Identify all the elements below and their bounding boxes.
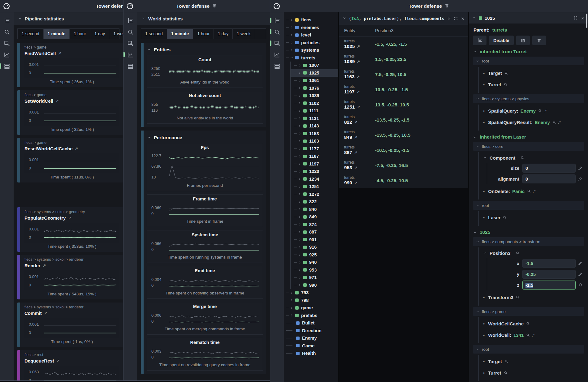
undo-icon[interactable] [576, 283, 584, 287]
tree-item-901[interactable]: 901 [291, 236, 338, 244]
panel-header[interactable]: Pipeline statistics [14, 12, 123, 25]
tree-item-Enemy[interactable]: Enemy [286, 334, 338, 342]
chevron-right-icon[interactable] [298, 276, 301, 279]
magnifier-icon[interactable] [504, 371, 508, 375]
system-name-link[interactable]: DequeueRest [24, 358, 54, 363]
entity-link[interactable]: 1163↗ [344, 74, 371, 79]
tree-item-1197[interactable]: 1197 [291, 160, 338, 168]
inherit-header[interactable]: 1025 [473, 230, 584, 235]
inherit-header[interactable]: inherited from Laser [473, 134, 584, 140]
tree-item-1007[interactable]: 1007 [291, 62, 338, 69]
chevron-right-icon[interactable] [290, 291, 293, 294]
chevron-right-icon[interactable] [298, 170, 301, 173]
tree-item-1220[interactable]: 1220 [291, 168, 338, 175]
entity-link[interactable]: 1089↗ [344, 59, 371, 64]
chevron-right-icon[interactable] [298, 132, 301, 135]
close-icon[interactable] [580, 16, 585, 20]
component-value-link[interactable]: 1341 [513, 333, 524, 338]
edit-pencil-icon[interactable] [576, 166, 584, 170]
chevron-right-icon[interactable] [298, 155, 301, 158]
magnifier-icon[interactable] [516, 251, 520, 255]
open-link-icon[interactable]: ↗ [44, 311, 47, 315]
tree-item-971[interactable]: 971 [291, 274, 338, 281]
chevron-right-icon[interactable] [298, 268, 301, 272]
search-icon[interactable] [3, 28, 11, 36]
select-icon[interactable] [273, 40, 281, 47]
component-name[interactable]: WorldCell: [488, 333, 511, 338]
tree-item-940[interactable]: 940 [291, 259, 338, 266]
magnifier-icon[interactable] [503, 216, 507, 220]
chart-icon[interactable] [127, 51, 134, 58]
chevron-right-icon[interactable] [298, 283, 301, 287]
open-link-icon[interactable]: ↗ [354, 165, 357, 170]
tab-1-hour[interactable]: 1 hour [193, 29, 214, 39]
chevron-right-icon[interactable] [290, 49, 293, 52]
tree-item-1025[interactable]: 1025 [291, 69, 338, 77]
open-link-icon[interactable]: ↗ [357, 75, 360, 79]
tree-item-Bullet[interactable]: Bullet [286, 319, 338, 327]
field-input-size[interactable]: 0 [522, 164, 576, 173]
chevron-right-icon[interactable] [298, 79, 301, 82]
section-header[interactable]: Performance [147, 134, 263, 141]
chevron-right-icon[interactable] [290, 33, 293, 37]
chevron-down-icon[interactable] [472, 15, 476, 21]
expand-icon[interactable] [454, 16, 458, 21]
disable-button[interactable]: Disable [489, 36, 514, 45]
tab-1-week[interactable]: 1 week [233, 29, 255, 39]
hierarchy-icon[interactable] [127, 17, 134, 24]
entity-link[interactable]: 887↗ [344, 150, 371, 155]
tab-1-day[interactable]: 1 day [214, 29, 233, 39]
chevron-right-icon[interactable] [290, 41, 293, 44]
chevron-down-icon[interactable] [342, 16, 346, 21]
component-name[interactable]: SpatialQueryResult: [488, 120, 532, 125]
chevron-right-icon[interactable] [290, 18, 293, 22]
module-path-header[interactable]: flecs > systems > physics [473, 94, 584, 103]
edit-pencil-icon[interactable] [576, 272, 584, 277]
component-name[interactable]: Laser [488, 215, 500, 220]
module-path-header[interactable]: root [473, 201, 584, 210]
chevron-right-icon[interactable] [290, 306, 293, 310]
magnifier-icon[interactable] [516, 295, 520, 299]
table-icon[interactable] [127, 62, 134, 70]
tab-1-week[interactable]: 1 week [109, 29, 123, 39]
chevron-right-icon[interactable] [298, 94, 301, 97]
entity-link[interactable]: 953↗ [344, 165, 371, 170]
module-path-header[interactable]: flecs > components > transform [473, 237, 584, 246]
tree-item-840[interactable]: 840 [291, 206, 338, 213]
system-name-link[interactable]: PopulateGeometry [24, 215, 66, 221]
chevron-right-icon[interactable] [298, 177, 301, 181]
component-name[interactable]: WorldCellCache [488, 321, 524, 326]
close-icon[interactable] [447, 16, 451, 21]
entity-link[interactable]: 1025↗ [344, 44, 371, 49]
tree-item-798[interactable]: 798 [286, 297, 338, 304]
tree-item-particles[interactable]: particles [286, 39, 338, 47]
tree-item-enemies[interactable]: enemies [286, 24, 338, 32]
entity-link[interactable]: 822↗ [344, 119, 371, 125]
tree-item-1251[interactable]: 1251 [291, 183, 338, 191]
magnifier-icon[interactable] [538, 109, 542, 113]
magnifier-icon[interactable] [552, 120, 556, 124]
save-button[interactable] [516, 36, 530, 45]
open-link-icon[interactable]: ↗ [75, 146, 78, 151]
entity-link[interactable]: 1197↗ [344, 89, 371, 95]
tree-item-Health[interactable]: Health [286, 350, 338, 357]
tree-item-1272[interactable]: 1272 [291, 191, 338, 198]
component-expandable-row[interactable]: Component [483, 153, 584, 163]
tree-item-1177[interactable]: 1177 [291, 145, 338, 153]
component-expandable-row[interactable]: Position3 [483, 248, 584, 258]
system-name-link[interactable]: SetWorldCell [24, 98, 53, 104]
module-path-header[interactable]: root [473, 345, 584, 354]
inherit-header[interactable]: inherited from Turret [473, 49, 584, 54]
magnifier-icon[interactable] [526, 333, 530, 337]
field-input-z[interactable]: -1.5 [522, 281, 576, 290]
component-name[interactable]: Target [488, 71, 502, 76]
chevron-right-icon[interactable] [298, 109, 301, 113]
chevron-right-icon[interactable] [298, 185, 301, 188]
open-link-icon[interactable]: ↗ [357, 44, 360, 49]
chevron-right-icon[interactable] [298, 192, 301, 196]
component-value-link[interactable]: Panic [512, 189, 525, 194]
chevron-right-icon[interactable] [290, 298, 293, 302]
module-path-header[interactable]: flecs > game [473, 307, 584, 316]
chart-icon[interactable] [3, 51, 11, 58]
tree-item-1187[interactable]: 1187 [291, 152, 338, 160]
